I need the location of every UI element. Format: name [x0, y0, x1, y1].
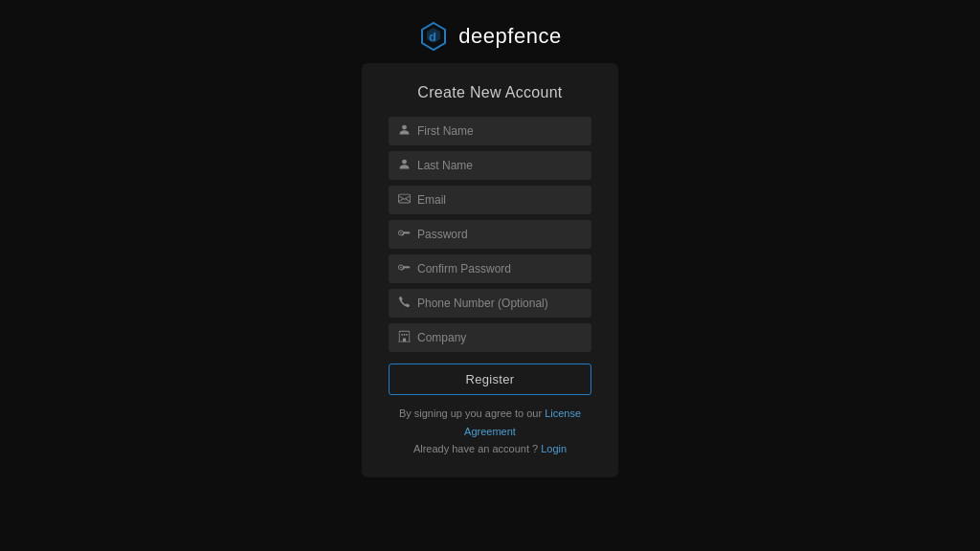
first-name-wrapper	[389, 117, 591, 145]
page-title: Create New Account	[417, 84, 562, 101]
phone-input[interactable]	[389, 289, 591, 318]
last-name-input[interactable]	[389, 151, 591, 180]
company-input[interactable]	[389, 323, 591, 352]
brand-name: deepfence	[458, 24, 561, 49]
company-wrapper	[389, 323, 591, 352]
footer-text: By signing up you agree to our License A…	[389, 405, 591, 458]
svg-text:d: d	[429, 30, 436, 44]
register-button[interactable]: Register	[389, 364, 591, 395]
password-input[interactable]	[389, 220, 591, 249]
confirm-password-input[interactable]	[389, 254, 591, 283]
first-name-input[interactable]	[389, 117, 591, 145]
phone-wrapper	[389, 289, 591, 318]
email-input[interactable]	[389, 186, 591, 214]
deepfence-logo-icon: d	[418, 21, 449, 52]
registration-form: Register	[389, 117, 591, 395]
email-wrapper	[389, 186, 591, 214]
login-text: Already have an account ?	[413, 443, 541, 454]
page-header: d deepfence	[418, 21, 561, 52]
password-wrapper	[389, 220, 591, 249]
agreement-text: By signing up you agree to our	[399, 408, 545, 419]
login-link[interactable]: Login	[541, 443, 567, 454]
registration-card: Create New Account	[362, 63, 618, 477]
last-name-wrapper	[389, 151, 591, 180]
confirm-password-wrapper	[389, 254, 591, 283]
